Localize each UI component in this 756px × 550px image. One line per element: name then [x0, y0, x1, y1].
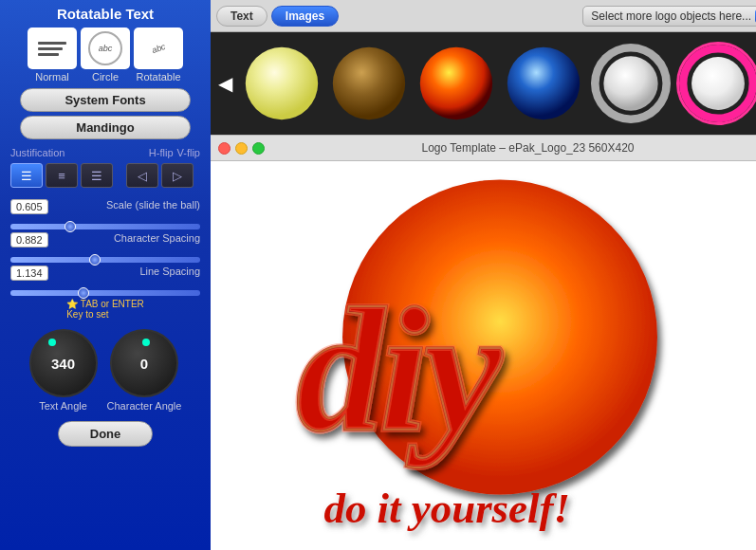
- mode-rotatable-label: Rotatable: [136, 71, 180, 82]
- sphere-light[interactable]: [240, 42, 323, 125]
- done-button[interactable]: Done: [58, 421, 153, 447]
- text-angle-container: 340 Text Angle: [29, 329, 98, 412]
- minimize-button[interactable]: [235, 142, 248, 155]
- canvas-area: diy diy do it yourself! diy: [211, 161, 756, 550]
- char-spacing-slider[interactable]: [10, 257, 200, 263]
- line-spacing-slider[interactable]: [10, 290, 200, 296]
- svg-text:do it yourself!: do it yourself!: [324, 485, 570, 532]
- svg-point-7: [691, 57, 745, 110]
- char-spacing-value: 0.882: [10, 232, 48, 248]
- char-angle-container: 0 Character Angle: [107, 329, 182, 412]
- system-fonts-button[interactable]: System Fonts: [20, 88, 191, 112]
- line-spacing-value: 1.134: [10, 266, 48, 281]
- mode-circle[interactable]: abc Circle: [81, 28, 130, 82]
- text-angle-value: 340: [51, 356, 75, 372]
- window-controls: [218, 142, 265, 155]
- char-angle-knob[interactable]: 0: [110, 329, 178, 397]
- svg-text:diy: diy: [296, 273, 503, 468]
- font-name-button[interactable]: Mandingo: [20, 116, 191, 139]
- svg-point-1: [333, 47, 405, 119]
- sphere-blue[interactable]: [502, 42, 585, 125]
- mode-circle-label: Circle: [92, 71, 119, 82]
- svg-point-2: [420, 47, 492, 119]
- hflip-button[interactable]: ◁: [126, 163, 158, 188]
- left-panel: Rotatable Text Normal abc Circle abc Rot…: [0, 0, 211, 550]
- close-button[interactable]: [218, 142, 230, 155]
- mode-rotatable[interactable]: abc Rotatable: [134, 28, 183, 82]
- maximize-button[interactable]: [252, 142, 265, 155]
- scale-slider[interactable]: [10, 224, 200, 229]
- window-title-text: Logo Template – ePak_Logo_23 560X420: [274, 141, 756, 155]
- logo-select[interactable]: Select more logo objects here... ▼: [582, 6, 756, 27]
- scale-value: 0.605: [10, 199, 48, 214]
- sphere-fire[interactable]: [415, 42, 498, 125]
- justification-row: Justification H-flip V-flip ☰ ≡ ☰ ◁ ▷: [10, 147, 200, 188]
- hflip-label: H-flip: [149, 147, 174, 158]
- justification-label: Justification: [10, 147, 65, 158]
- scale-slider-row: 0.605 Scale (slide the ball): [10, 197, 200, 228]
- align-center-button[interactable]: ≡: [46, 163, 78, 188]
- sphere-grey-ring[interactable]: [589, 42, 673, 125]
- line-spacing-label: Line Spacing: [139, 266, 200, 277]
- char-angle-value: 0: [140, 356, 148, 372]
- mode-normal-label: Normal: [35, 71, 68, 82]
- logo-select-text: Select more logo objects here...: [591, 9, 751, 23]
- text-angle-knob[interactable]: 340: [29, 329, 98, 397]
- panel-title: Rotatable Text: [57, 6, 154, 22]
- vflip-button[interactable]: ▷: [161, 163, 194, 188]
- top-toolbar: Text Images Select more logo objects her…: [211, 0, 756, 32]
- logo-svg: diy diy do it yourself! diy: [211, 161, 756, 550]
- char-spacing-slider-row: 0.882 Character Spacing: [10, 230, 200, 261]
- sphere-pink-ring[interactable]: [676, 42, 756, 125]
- right-panel: Text Images Select more logo objects her…: [211, 0, 756, 550]
- svg-point-3: [507, 47, 580, 119]
- mode-normal[interactable]: Normal: [28, 28, 77, 82]
- char-spacing-label: Character Spacing: [114, 232, 200, 244]
- tab-hint: ⭐ TAB or ENTERKey to set: [66, 299, 144, 320]
- align-right-button[interactable]: ☰: [81, 163, 113, 188]
- svg-point-5: [603, 56, 657, 110]
- char-angle-label: Character Angle: [107, 400, 182, 412]
- line-spacing-slider-row: 1.134 Line Spacing: [10, 264, 200, 294]
- images-strip: ◀: [211, 32, 756, 135]
- sphere-wood[interactable]: [327, 42, 411, 125]
- strip-prev-arrow[interactable]: ◀: [214, 72, 236, 95]
- mode-icons: Normal abc Circle abc Rotatable: [28, 28, 183, 82]
- text-angle-label: Text Angle: [39, 400, 87, 412]
- window-title-bar: Logo Template – ePak_Logo_23 560X420: [211, 135, 756, 161]
- vflip-label: V-flip: [177, 147, 200, 158]
- knobs-row: 340 Text Angle 0 Character Angle: [29, 329, 182, 412]
- svg-point-0: [246, 47, 318, 119]
- justification-controls: ☰ ≡ ☰ ◁ ▷: [10, 163, 200, 188]
- text-tab[interactable]: Text: [216, 6, 267, 27]
- images-tab[interactable]: Images: [271, 6, 339, 27]
- scale-label: Scale (slide the ball): [106, 199, 200, 211]
- align-left-button[interactable]: ☰: [10, 163, 43, 188]
- strip-images: [240, 42, 756, 125]
